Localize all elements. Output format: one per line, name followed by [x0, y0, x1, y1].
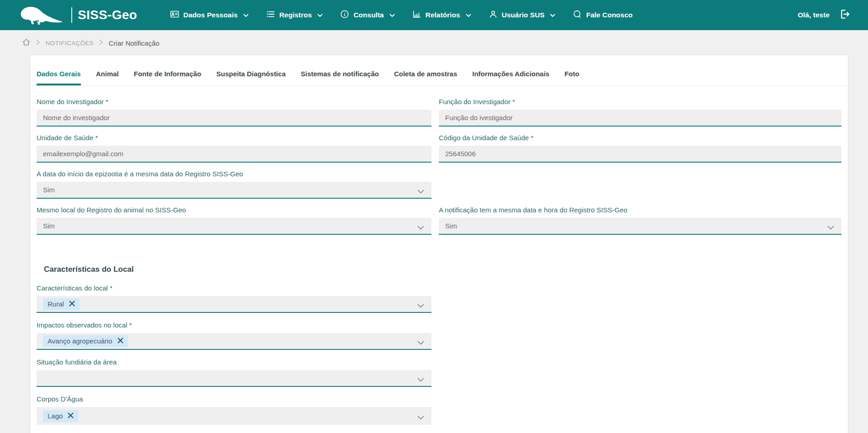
field-label: Código da Unidade de Saúde *: [439, 134, 841, 142]
select-value: Sim: [43, 186, 55, 194]
field-codigo-unidade-saude: Código da Unidade de Saúde *: [439, 134, 841, 163]
field-corpos-dagua: Corpos D'Água Lago: [37, 395, 431, 425]
tab-bar: Dados Gerais Animal Fonte de Informação …: [30, 55, 848, 86]
field-label: Unidade de Saúde *: [37, 134, 431, 142]
chip-label: Lago: [48, 412, 63, 420]
mesma-data-hora-select[interactable]: Sim: [439, 218, 841, 235]
situacao-fundiaria-select[interactable]: [37, 370, 431, 387]
nav-consulta[interactable]: Consulta: [340, 10, 394, 21]
field-unidade-saude: Unidade de Saúde *: [37, 134, 431, 163]
nav-item-label: Relatórios: [426, 11, 460, 19]
caracteristicas-local-multiselect[interactable]: Rural: [37, 296, 431, 313]
field-label: Mesmo local do Registro do animal no SIS…: [37, 206, 431, 214]
mesmo-local-select[interactable]: Sim: [37, 218, 431, 235]
unidade-saude-input[interactable]: [37, 146, 431, 163]
nav-item-label: Consulta: [353, 11, 383, 19]
bar-chart-icon: [412, 10, 421, 21]
nav-fale-conosco[interactable]: Fale Conosco: [573, 10, 633, 21]
tab-coleta-amostras[interactable]: Coleta de amostras: [394, 70, 457, 85]
brand-name: SISS-Geo: [78, 8, 137, 22]
chevron-right-icon: [36, 39, 40, 47]
logo-divider: [71, 7, 72, 23]
nav-item-label: Fale Conosco: [586, 11, 633, 19]
select-value: Sim: [43, 222, 55, 230]
chip-avanco-agropecuario: Avanço agropecuário: [43, 335, 128, 347]
breadcrumb-current: Criar Notificação: [109, 39, 160, 47]
anteater-logo-icon: [17, 5, 66, 26]
home-icon[interactable]: [22, 38, 31, 48]
field-label: A data do início da epizootia é a mesma …: [37, 170, 431, 178]
select-value: Sim: [445, 222, 457, 230]
codigo-unidade-saude-input[interactable]: [439, 146, 841, 163]
id-card-icon: [170, 10, 179, 21]
nav-item-label: Usuário SUS: [502, 11, 545, 19]
nav-item-label: Dados Pessoais: [183, 11, 238, 19]
tab-fonte-informacao[interactable]: Fonte de Informação: [134, 70, 202, 85]
breadcrumb: NOTIFICAÇÕES Criar Notificação: [0, 30, 868, 43]
chevron-down-icon: [388, 11, 395, 19]
tab-sistemas-notificacao[interactable]: Sistemas de notificação: [301, 70, 379, 85]
chip-rural: Rural: [43, 298, 80, 310]
remove-chip-icon[interactable]: [117, 337, 123, 345]
tab-dados-gerais[interactable]: Dados Gerais: [37, 70, 81, 85]
tab-animal[interactable]: Animal: [96, 70, 119, 85]
field-label: Nome do Investigador *: [37, 98, 431, 106]
nav-item-label: Registros: [279, 11, 312, 19]
breadcrumb-section[interactable]: NOTIFICAÇÕES: [46, 40, 94, 47]
nav-usuario-sus[interactable]: Usuário SUS: [489, 10, 556, 21]
chevron-down-icon: [417, 188, 424, 192]
field-data-epizootia: A data do início da epizootia é a mesma …: [37, 170, 431, 199]
field-funcao-investigador: Função do Investigador *: [439, 98, 841, 127]
field-label: Características do local *: [37, 284, 431, 292]
tab-suspeita-diagnostica[interactable]: Suspeita Diagnóstica: [216, 70, 286, 85]
navbar-right: Olá, teste: [798, 8, 851, 22]
field-label: Situação fundiária da área: [37, 358, 431, 366]
field-label: Função do Investigador *: [439, 98, 841, 106]
user-greeting: Olá, teste: [798, 11, 830, 19]
nav-dados-pessoais[interactable]: Dados Pessoais: [170, 10, 249, 21]
nav-relatorios[interactable]: Relatórios: [412, 10, 471, 21]
app-logo[interactable]: SISS-Geo: [17, 5, 137, 26]
funcao-investigador-input[interactable]: [439, 110, 841, 127]
chip-label: Avanço agropecuário: [48, 337, 112, 345]
logout-icon[interactable]: [839, 8, 851, 22]
tab-foto[interactable]: Foto: [564, 70, 579, 85]
chip-label: Rural: [48, 300, 64, 308]
impactos-local-multiselect[interactable]: Avanço agropecuário: [37, 333, 431, 350]
chevron-down-icon: [417, 376, 424, 380]
list-icon: [266, 10, 275, 21]
field-mesma-data-hora: A notificação tem a mesma data e hora do…: [439, 206, 841, 235]
corpos-dagua-multiselect[interactable]: Lago: [37, 407, 431, 425]
top-navbar: SISS-Geo Dados Pessoais Registros Consul…: [0, 0, 868, 30]
nav-registros[interactable]: Registros: [266, 10, 323, 21]
chevron-down-icon: [417, 339, 424, 343]
remove-chip-icon[interactable]: [69, 300, 75, 308]
field-mesmo-local: Mesmo local do Registro do animal no SIS…: [37, 206, 431, 235]
field-nome-investigador: Nome do Investigador *: [37, 98, 431, 127]
chevron-down-icon: [827, 224, 834, 228]
section-title-caracteristicas-local: Características do Local: [44, 265, 841, 274]
field-label: Corpos D'Água: [37, 395, 431, 403]
field-caracteristicas-local: Características do local * Rural: [37, 284, 431, 313]
info-icon: [340, 10, 349, 21]
form-card: Dados Gerais Animal Fonte de Informação …: [30, 55, 848, 433]
chevron-down-icon: [464, 11, 471, 19]
field-impactos-local: Impactos observados no local * Avanço ag…: [37, 321, 431, 350]
field-situacao-fundiaria: Situação fundiária da área: [37, 358, 431, 387]
chevron-down-icon: [417, 224, 424, 228]
nome-investigador-input[interactable]: [37, 110, 431, 127]
dados-gerais-form: Nome do Investigador * Função do Investi…: [30, 86, 848, 433]
tab-informacoes-adicionais[interactable]: Informações Adicionais: [472, 70, 549, 85]
chat-icon: [573, 10, 582, 21]
field-label: A notificação tem a mesma data e hora do…: [439, 206, 841, 214]
remove-chip-icon[interactable]: [68, 412, 74, 420]
chevron-down-icon: [548, 11, 555, 19]
field-label: Impactos observados no local *: [37, 321, 431, 329]
main-menu: Dados Pessoais Registros Consulta Relató…: [170, 10, 633, 21]
chevron-down-icon: [242, 11, 249, 19]
user-icon: [489, 10, 498, 21]
data-epizootia-select[interactable]: Sim: [37, 182, 431, 199]
chip-lago: Lago: [43, 410, 78, 422]
chevron-down-icon: [417, 414, 424, 418]
chevron-down-icon: [417, 302, 424, 306]
